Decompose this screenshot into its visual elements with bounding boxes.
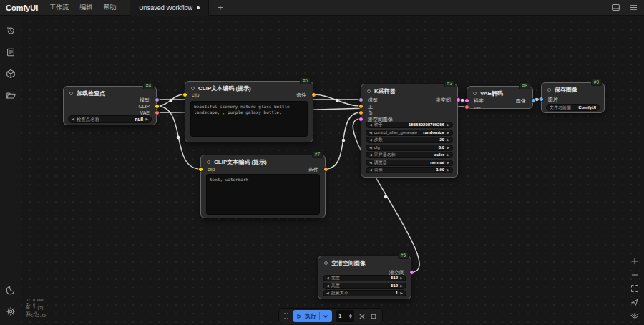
theme-toggle-button[interactable] — [3, 282, 19, 298]
prev-arrow-icon[interactable]: ◀ — [326, 275, 329, 281]
port-clip-in[interactable] — [182, 92, 187, 97]
new-tab-button[interactable]: + — [218, 2, 223, 13]
prev-arrow-icon[interactable]: ◀ — [72, 115, 74, 123]
stop-icon[interactable] — [370, 313, 377, 320]
node-clip-encode-negative[interactable]: #7 CLIP文本编码 (提示) clip 条件 text, watermark — [200, 155, 326, 218]
bottom-panel-toggle-icon[interactable] — [611, 3, 620, 12]
next-arrow-icon[interactable]: ▶ — [447, 137, 449, 143]
prev-arrow-icon[interactable]: ◀ — [369, 130, 372, 136]
port-latent-out[interactable] — [409, 270, 414, 275]
prev-arrow-icon[interactable]: ◀ — [369, 137, 372, 143]
steps-widget[interactable]: ◀ 步数 20 ▶ — [366, 137, 453, 143]
cfg-widget[interactable]: ◀ cfg 8.0 ▶ — [366, 145, 453, 151]
node-vae-decode[interactable]: #8 VAE解码 样本 vae 图像 — [467, 86, 533, 109]
port-model-in[interactable] — [358, 97, 364, 102]
prev-arrow-icon[interactable]: ◀ — [369, 160, 372, 166]
menu-help[interactable]: 帮助 — [103, 3, 116, 12]
port-clip-in[interactable] — [198, 167, 203, 172]
collapse-dot[interactable] — [367, 89, 371, 93]
node-save-image[interactable]: #9 保存图像 图片 文件名前缀 ComfyUI — [541, 82, 605, 113]
select-mode-cursor-icon[interactable] — [630, 298, 639, 306]
port-image-out[interactable] — [531, 98, 536, 103]
next-arrow-icon[interactable]: ▶ — [447, 122, 449, 128]
port-samples-in[interactable] — [464, 98, 469, 103]
next-arrow-icon[interactable]: ▶ — [447, 167, 449, 173]
node-ksampler[interactable]: #3 K采样器 模型 正 负 潜空间图像 潜空间 ◀ 种子 1566802087… — [361, 84, 458, 178]
port-cond-out[interactable] — [323, 167, 328, 172]
next-arrow-icon[interactable]: ▶ — [447, 160, 449, 166]
collapse-dot[interactable] — [324, 261, 328, 265]
slot-label-cond: 条件 — [308, 167, 318, 173]
ckpt-name-widget[interactable]: ◀ 检查点名称 null ▶ — [68, 115, 152, 123]
positive-prompt-text[interactable]: beautiful scenery nature glass bottle la… — [190, 101, 308, 137]
next-arrow-icon[interactable]: ▶ — [400, 275, 403, 281]
port-cond-out[interactable] — [311, 92, 316, 97]
collapse-dot[interactable] — [547, 88, 551, 92]
widget-value: 156680208700286 — [409, 122, 444, 128]
next-arrow-icon[interactable]: ▶ — [400, 290, 403, 296]
negative-prompt-text[interactable]: text, watermark — [206, 174, 320, 215]
sidebar-model-library-button[interactable] — [3, 66, 19, 82]
hamburger-menu-icon[interactable] — [629, 3, 638, 12]
prev-arrow-icon[interactable]: ◀ — [326, 290, 329, 296]
next-arrow-icon[interactable]: ▶ — [145, 115, 148, 123]
run-options-chevron-icon[interactable] — [323, 314, 328, 319]
port-vae-in[interactable] — [464, 105, 469, 110]
collapse-dot[interactable] — [207, 160, 210, 164]
seed-widget[interactable]: ◀ 种子 156680208700286 ▶ — [366, 122, 453, 128]
run-button[interactable]: 执行 — [293, 310, 332, 322]
prev-arrow-icon[interactable]: ◀ — [326, 283, 329, 289]
port-clip-out[interactable] — [155, 104, 160, 109]
slot-label-clip: CLIP — [138, 104, 150, 110]
node-title: CLIP文本编码 (提示) — [214, 158, 267, 166]
workflow-tab[interactable]: Unsaved Workflow — [130, 0, 209, 16]
prev-arrow-icon[interactable]: ◀ — [369, 152, 372, 158]
next-arrow-icon[interactable]: ▶ — [447, 152, 449, 158]
batch-count-input[interactable]: 1 — [336, 310, 354, 322]
port-vae-out[interactable] — [155, 110, 160, 115]
next-arrow-icon[interactable]: ▶ — [400, 283, 403, 289]
theme-moon-icon — [6, 285, 16, 295]
filename-prefix-widget[interactable]: 文件名前缀 ComfyUI — [546, 104, 600, 111]
widget-label: cfg — [374, 145, 380, 151]
port-image-in[interactable] — [539, 97, 544, 102]
next-arrow-icon[interactable]: ▶ — [447, 130, 449, 136]
workflow-tab-label: Unsaved Workflow — [139, 4, 192, 11]
menu-edit[interactable]: 编辑 — [79, 3, 92, 12]
collapse-dot[interactable] — [473, 92, 477, 95]
toggle-link-visibility-eye-icon[interactable] — [630, 311, 639, 320]
node-empty-latent-image[interactable]: #5 空潜空间图像 潜空间 ◀ 宽度 512 ▶ ◀ 高度 512 ▶ ◀ 批量… — [318, 256, 411, 299]
sidebar-queue-history-button[interactable] — [3, 23, 19, 39]
zoom-in-icon[interactable] — [630, 257, 639, 266]
node-load-checkpoint[interactable]: #4 加载检查点 模型 CLIP VAE ◀ 检查点名称 null ▶ — [63, 86, 157, 125]
batch-count-stepper[interactable] — [349, 314, 352, 319]
prev-arrow-icon[interactable]: ◀ — [369, 122, 372, 128]
zoom-out-icon[interactable] — [630, 271, 639, 279]
menu-workflow[interactable]: 工作流 — [49, 3, 69, 12]
settings-button[interactable] — [3, 304, 19, 319]
port-latent-in[interactable] — [358, 117, 364, 122]
collapse-dot[interactable] — [69, 92, 73, 95]
clear-queue-icon[interactable] — [358, 313, 366, 320]
control-after-generate-widget[interactable]: ◀ control_after_generate randomize ▶ — [366, 130, 453, 136]
sidebar-node-library-button[interactable] — [3, 44, 19, 60]
toolbar-drag-handle[interactable] — [284, 313, 288, 319]
node-clip-encode-positive[interactable]: #6 CLIP文本编码 (提示) clip 条件 beautiful scene… — [185, 81, 313, 142]
next-arrow-icon[interactable]: ▶ — [447, 145, 449, 151]
height-widget[interactable]: ◀ 高度 512 ▶ — [323, 283, 406, 289]
port-latent-out[interactable] — [456, 97, 461, 102]
prev-arrow-icon[interactable]: ◀ — [369, 167, 372, 173]
denoise-widget[interactable]: ◀ 去噪 1.00 ▶ — [366, 167, 453, 173]
port-negative-in[interactable] — [358, 110, 364, 115]
sidebar-workflows-button[interactable] — [3, 87, 19, 103]
prev-arrow-icon[interactable]: ◀ — [369, 145, 372, 151]
sampler-name-widget[interactable]: ◀ 采样器名称 euler ▶ — [366, 152, 453, 158]
port-model-out[interactable] — [155, 97, 160, 102]
node-canvas[interactable]: #4 加载检查点 模型 CLIP VAE ◀ 检查点名称 null ▶ #6 C… — [0, 0, 644, 325]
width-widget[interactable]: ◀ 宽度 512 ▶ — [323, 275, 406, 281]
collapse-dot[interactable] — [191, 87, 195, 90]
batch-size-widget[interactable]: ◀ 批量大小 1 ▶ — [323, 290, 406, 296]
port-positive-in[interactable] — [358, 104, 364, 109]
scheduler-widget[interactable]: ◀ 调度器 normal ▶ — [366, 160, 453, 166]
fit-view-icon[interactable] — [630, 284, 639, 293]
